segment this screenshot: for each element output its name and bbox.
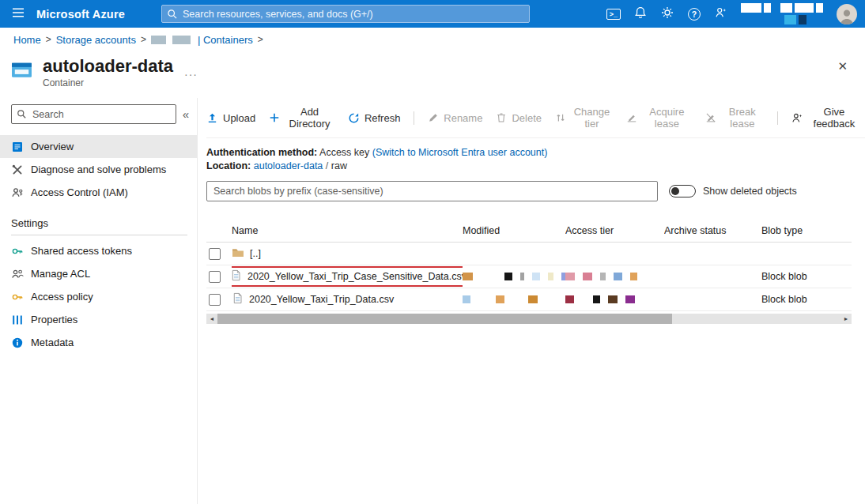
auth-method-value: Access key xyxy=(319,147,369,158)
redacted-access-tier-value xyxy=(565,295,664,303)
sidebar-item-label: Properties xyxy=(31,314,77,325)
portal-menu-button[interactable] xyxy=(0,0,36,28)
table-row-blob: 2020_Yellow_Taxi_Trip_Data.csv Block blo… xyxy=(206,288,852,311)
diagnose-icon xyxy=(11,164,24,176)
upload-button[interactable]: Upload xyxy=(206,112,255,124)
avatar[interactable] xyxy=(837,4,857,24)
breadcrumb-separator: > xyxy=(141,34,146,45)
acquire-lease-button[interactable]: Acquire lease xyxy=(626,106,692,130)
blob-type-value: Block blob xyxy=(761,271,852,282)
sidebar-item-label: Shared access tokens xyxy=(31,245,132,257)
container-icon xyxy=(11,59,32,88)
sidebar-item-access-policy[interactable]: Access policy xyxy=(0,285,197,308)
breadcrumb-containers[interactable]: | Containers xyxy=(198,34,253,46)
page-title: autoloader-data xyxy=(43,56,173,76)
refresh-button[interactable]: Refresh xyxy=(348,112,401,124)
row-checkbox[interactable] xyxy=(209,271,221,283)
upload-icon xyxy=(206,112,218,124)
sidebar-item-label: Overview xyxy=(31,141,74,152)
break-lease-button[interactable]: Break lease xyxy=(705,106,764,130)
feedback-button[interactable] xyxy=(708,0,735,28)
redacted-modified-value xyxy=(463,295,565,303)
location-container-link[interactable]: autoloader-data xyxy=(254,160,323,171)
global-search xyxy=(161,5,530,23)
scroll-left-arrow[interactable]: ◄ xyxy=(206,314,217,324)
metadata-icon xyxy=(11,337,24,349)
rename-button[interactable]: Rename xyxy=(428,112,482,124)
page-header: autoloader-data Container ··· ✕ xyxy=(0,51,865,98)
location-label: Location: xyxy=(206,160,251,171)
refresh-icon xyxy=(348,112,360,124)
container-blade: Upload Add Directory Refresh Rename Dele… xyxy=(198,98,865,504)
table-row-blob: 2020_Yellow_Taxi_Trip_Case_Sensitive_Dat… xyxy=(206,265,852,288)
horizontal-scrollbar[interactable]: ◄ ► xyxy=(206,314,852,324)
column-header-archive-status: Archive status xyxy=(664,225,761,236)
person-icon xyxy=(838,7,856,24)
help-button[interactable]: ? xyxy=(681,0,708,28)
menu-search-input[interactable] xyxy=(11,104,176,124)
sidebar-item-diagnose[interactable]: Diagnose and solve problems xyxy=(0,158,197,181)
settings-button[interactable] xyxy=(654,0,681,28)
hamburger-icon xyxy=(12,6,25,21)
column-header-name: Name xyxy=(232,225,463,236)
global-search-input[interactable] xyxy=(161,5,530,23)
sidebar-section-settings: Settings xyxy=(11,217,197,229)
change-tier-button[interactable]: Change tier xyxy=(555,106,613,130)
sidebar-item-properties[interactable]: Properties xyxy=(0,308,197,331)
blob-link[interactable]: 2020_Yellow_Taxi_Trip_Case_Sensitive_Dat… xyxy=(247,271,463,282)
row-checkbox[interactable] xyxy=(209,294,221,306)
blob-list: Name Modified Access tier Archive status… xyxy=(206,219,852,311)
breadcrumb-home[interactable]: Home xyxy=(13,34,41,46)
give-feedback-button[interactable]: Give feedback xyxy=(791,106,860,130)
file-icon xyxy=(232,269,242,284)
column-header-access-tier: Access tier xyxy=(565,225,664,236)
blob-link[interactable]: 2020_Yellow_Taxi_Trip_Data.csv xyxy=(249,294,394,305)
row-checkbox[interactable] xyxy=(209,248,221,260)
sidebar-item-label: Access policy xyxy=(31,291,93,303)
blob-type-value: Block blob xyxy=(761,294,852,305)
rename-icon xyxy=(428,112,439,123)
delete-button[interactable]: Delete xyxy=(496,112,542,124)
overview-icon xyxy=(11,141,24,153)
azure-topbar: Microsoft Azure >_ ? xyxy=(0,0,865,28)
sidebar-item-label: Diagnose and solve problems xyxy=(31,164,166,175)
show-deleted-label: Show deleted objects xyxy=(703,186,797,197)
highlighted-blob-name: 2020_Yellow_Taxi_Trip_Case_Sensitive_Dat… xyxy=(232,266,463,287)
scroll-right-arrow[interactable]: ► xyxy=(840,314,852,324)
file-icon xyxy=(232,292,244,307)
sidebar-item-shared-access-tokens[interactable]: Shared access tokens xyxy=(0,239,197,262)
folder-icon xyxy=(232,246,244,261)
blob-list-header: Name Modified Access tier Archive status… xyxy=(206,219,852,243)
column-header-blob-type: Blob type xyxy=(761,225,852,236)
shared-access-tokens-icon xyxy=(11,245,24,258)
show-deleted-toggle[interactable] xyxy=(669,185,696,197)
auth-method-label: Authentication method: xyxy=(206,147,317,158)
toolbar-separator xyxy=(777,111,778,125)
notifications-button[interactable] xyxy=(627,0,654,28)
scrollbar-thumb[interactable] xyxy=(217,314,672,324)
blob-filter-row: Show deleted objects xyxy=(206,173,865,201)
add-directory-button[interactable]: Add Directory xyxy=(269,106,334,130)
more-actions-button[interactable]: ··· xyxy=(184,59,198,88)
blob-prefix-search-input[interactable] xyxy=(206,181,658,201)
parent-directory-link[interactable]: [..] xyxy=(250,248,261,259)
close-blade-button[interactable]: ✕ xyxy=(837,59,848,73)
sidebar-item-label: Access Control (IAM) xyxy=(31,186,128,198)
sidebar-item-manage-acl[interactable]: Manage ACL xyxy=(0,262,197,285)
breadcrumb-storage-accounts[interactable]: Storage accounts xyxy=(56,34,136,46)
sidebar-item-overview[interactable]: Overview xyxy=(0,135,197,158)
change-tier-icon xyxy=(555,112,566,123)
authentication-method-line: Authentication method: Access key (Switc… xyxy=(206,146,865,160)
cloud-shell-icon: >_ xyxy=(606,9,621,20)
redacted-modified-value xyxy=(463,273,565,280)
switch-auth-link[interactable]: (Switch to Microsoft Entra user account) xyxy=(372,147,548,158)
breadcrumb-separator: > xyxy=(46,34,51,45)
app-title[interactable]: Microsoft Azure xyxy=(36,8,161,21)
collapse-menu-button[interactable]: « xyxy=(183,107,189,121)
sidebar-item-access-control-iam[interactable]: Access Control (IAM) xyxy=(0,181,197,204)
cloud-shell-button[interactable]: >_ xyxy=(600,0,627,28)
scrollbar-track[interactable] xyxy=(217,314,840,324)
gear-icon xyxy=(661,6,674,21)
sidebar-item-metadata[interactable]: Metadata xyxy=(0,331,197,354)
feedback-icon xyxy=(715,6,727,21)
